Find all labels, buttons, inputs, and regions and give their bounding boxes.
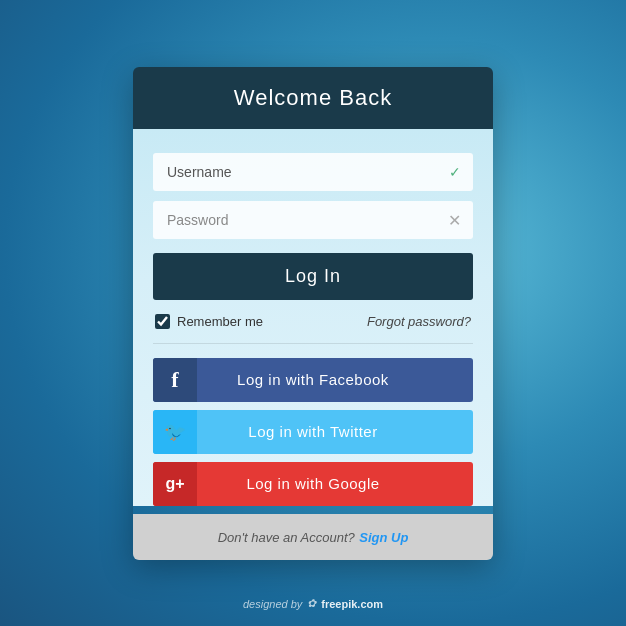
username-input[interactable] xyxy=(153,153,473,191)
google-label: Log in with Google xyxy=(197,475,473,492)
signup-link[interactable]: Sign Up xyxy=(359,530,408,545)
forgot-password-link[interactable]: Forgot password? xyxy=(367,314,471,329)
google-login-button[interactable]: g+ Log in with Google xyxy=(153,462,473,506)
password-input[interactable] xyxy=(153,201,473,239)
card-header: Welcome Back xyxy=(133,67,493,129)
remember-row: Remember me Forgot password? xyxy=(153,300,473,339)
freepik-logo: ✿ xyxy=(307,597,316,610)
freepik-text: designed by xyxy=(243,598,302,610)
username-group: ✓ xyxy=(153,153,473,191)
remember-left: Remember me xyxy=(155,314,263,329)
facebook-label: Log in with Facebook xyxy=(197,371,473,388)
facebook-login-button[interactable]: f Log in with Facebook xyxy=(153,358,473,402)
twitter-login-button[interactable]: 🐦 Log in with Twitter xyxy=(153,410,473,454)
welcome-title: Welcome Back xyxy=(157,85,469,111)
username-check-icon: ✓ xyxy=(449,164,461,180)
divider xyxy=(153,343,473,344)
freepik-bar: designed by ✿ freepik.com xyxy=(243,597,383,610)
twitter-label: Log in with Twitter xyxy=(197,423,473,440)
remember-label[interactable]: Remember me xyxy=(177,314,263,329)
remember-checkbox[interactable] xyxy=(155,314,170,329)
freepik-link[interactable]: freepik.com xyxy=(321,598,383,610)
google-icon: g+ xyxy=(153,462,197,506)
password-clear-icon[interactable]: ✕ xyxy=(448,210,461,229)
card-body: ✓ ✕ Log In Remember me Forgot password? … xyxy=(133,129,493,506)
signup-prompt: Don't have an Account? xyxy=(218,530,355,545)
login-button[interactable]: Log In xyxy=(153,253,473,300)
facebook-icon: f xyxy=(153,358,197,402)
password-group: ✕ xyxy=(153,201,473,239)
login-card: Welcome Back ✓ ✕ Log In Remember me Forg… xyxy=(133,67,493,560)
card-footer: Don't have an Account? Sign Up xyxy=(133,514,493,560)
twitter-icon: 🐦 xyxy=(153,410,197,454)
